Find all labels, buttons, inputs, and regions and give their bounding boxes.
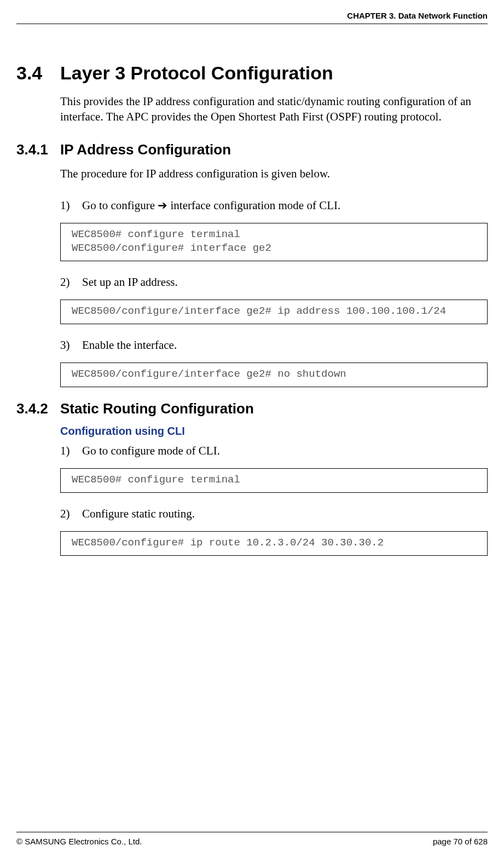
step-1: 1) Go to configure ➔ interface configura… (60, 198, 488, 213)
step-text: Go to configure mode of CLI. (82, 443, 220, 458)
code-block-2: WEC8500/configure/interface ge2# ip addr… (60, 300, 488, 324)
section-3-4-1-desc: The procedure for IP address configurati… (60, 166, 488, 181)
subsection-title: Static Routing Configuration (60, 400, 254, 417)
step-number: 1) (60, 444, 82, 458)
section-title: Layer 3 Protocol Configuration (60, 62, 333, 84)
copyright-text: © SAMSUNG Electronics Co., Ltd. (16, 837, 142, 846)
step-text-post: interface configuration mode of CLI. (167, 199, 340, 212)
subsection-number: 3.4.2 (16, 400, 60, 417)
config-cli-heading: Configuration using CLI (60, 425, 488, 438)
step-3: 3) Enable the interface. (60, 337, 488, 353)
subsection-number: 3.4.1 (16, 141, 60, 158)
section-3-4-1-heading: 3.4.1 IP Address Configuration (16, 141, 488, 158)
code-block-4: WEC8500# configure terminal (60, 468, 488, 493)
step-text: Enable the interface. (82, 337, 177, 353)
section-3-4-desc: This provides the IP address configurati… (60, 94, 488, 125)
subsection-title: IP Address Configuration (60, 141, 231, 158)
step-number: 2) (60, 507, 82, 521)
arrow-icon: ➔ (158, 199, 167, 211)
section-3-4-2-heading: 3.4.2 Static Routing Configuration (16, 400, 488, 417)
step-text: Configure static routing. (82, 506, 195, 521)
page-header: CHAPTER 3. Data Network Function (16, 11, 488, 24)
step-2b: 2) Configure static routing. (60, 506, 488, 521)
page-footer: © SAMSUNG Electronics Co., Ltd. page 70 … (16, 832, 488, 846)
step-text-pre: Go to configure (82, 199, 158, 212)
step-number: 2) (60, 275, 82, 289)
step-text: Go to configure ➔ interface configuratio… (82, 198, 340, 213)
step-1b: 1) Go to configure mode of CLI. (60, 443, 488, 458)
section-3-4-heading: 3.4 Layer 3 Protocol Configuration (16, 62, 488, 84)
code-block-5: WEC8500/configure# ip route 10.2.3.0/24 … (60, 531, 488, 556)
section-number: 3.4 (16, 62, 60, 84)
step-number: 3) (60, 338, 82, 352)
step-number: 1) (60, 199, 82, 212)
code-block-1: WEC8500# configure terminal WEC8500/conf… (60, 223, 488, 261)
chapter-label: CHAPTER 3. Data Network Function (347, 11, 488, 20)
page-number: page 70 of 628 (433, 837, 488, 846)
page-content: 3.4 Layer 3 Protocol Configuration This … (16, 62, 488, 556)
step-2: 2) Set up an IP address. (60, 274, 488, 290)
step-text: Set up an IP address. (82, 274, 178, 290)
code-block-3: WEC8500/configure/interface ge2# no shut… (60, 363, 488, 387)
